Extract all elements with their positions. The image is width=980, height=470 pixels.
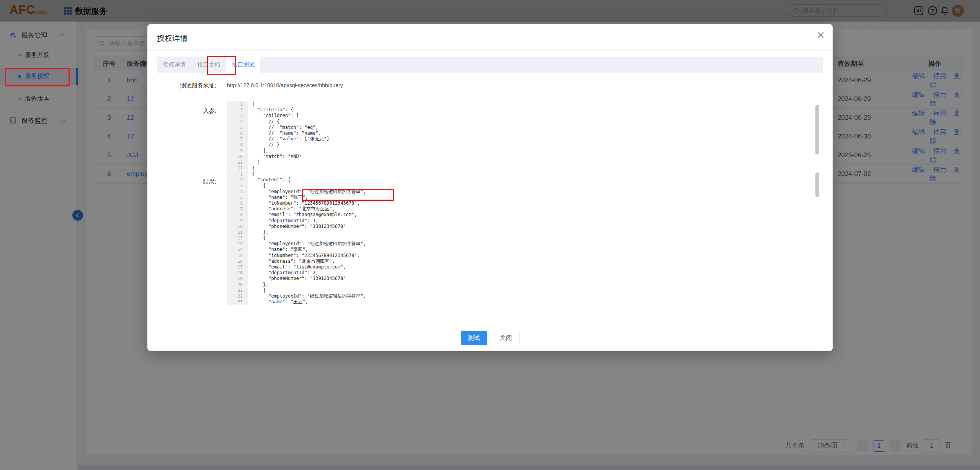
line-text: { <box>248 183 824 189</box>
modal-actions: 测试 关闭 <box>147 331 833 345</box>
line-text: "name": "王五", <box>248 299 824 305</box>
line-text: { <box>248 235 824 241</box>
line-text: "phoneNumber": "13812345678" <box>248 224 824 229</box>
code-line: 13 "employeeId": "经过加密逻辑后的字符串", <box>227 241 824 247</box>
code-line: 8 "email": "zhangsan@example.com", <box>227 212 824 218</box>
line-number: 20 <box>227 282 248 288</box>
line-text: "address": "北京市朝阳区", <box>248 259 824 264</box>
line-number: 6 <box>227 200 248 206</box>
input-params-label: 入参: <box>157 107 216 115</box>
line-number: 13 <box>227 241 248 247</box>
code-line: 2 "criteria": { <box>227 107 824 113</box>
code-line: 19 "phoneNumber": "13912345678" <box>227 276 824 281</box>
code-line: 1 { <box>227 171 824 177</box>
code-line: 10 "phoneNumber": "13812345678" <box>227 224 824 229</box>
modal-title: 授权详情 <box>157 33 188 44</box>
code-lines: 1 { 2 "criteria": { 3 "children": [ <box>227 101 824 171</box>
code-line: 4 // { <box>227 119 824 125</box>
code-line: 3 { <box>227 183 824 189</box>
input-params-editor[interactable]: 1 { 2 "criteria": { 3 "children": [ <box>227 101 824 171</box>
line-text: // { <box>248 119 824 125</box>
code-line: 2 "content": [ <box>227 177 824 183</box>
code-line: 14 "name": "李四", <box>227 247 824 252</box>
line-number: 12 <box>227 165 248 171</box>
code-line: 11 } <box>227 159 824 165</box>
close-button[interactable]: 关闭 <box>493 331 519 345</box>
code-line: 23 "name": "王五", <box>227 299 824 305</box>
line-number: 9 <box>227 148 248 154</box>
line-text: "phoneNumber": "13912345678" <box>248 276 824 281</box>
code-line: 22 "employeeId": "经过加密逻辑后的字符串", <box>227 293 824 299</box>
code-line: 6 // "name": "name", <box>227 130 824 136</box>
line-text: }, <box>248 229 824 235</box>
line-number: 7 <box>227 206 248 212</box>
line-number: 11 <box>227 229 248 235</box>
code-line: 20 }, <box>227 282 824 288</box>
line-text: { <box>248 288 824 293</box>
auth-detail-modal: 授权详情 ✕ 授权详情 接口文档 接口测试 测试服务地址: http://127… <box>147 24 833 351</box>
scrollbar-thumb[interactable] <box>815 105 819 154</box>
line-text: "idNumber": "223456789012345678", <box>248 253 824 259</box>
line-number: 2 <box>227 107 248 113</box>
code-line: 15 "idNumber": "223456789012345678", <box>227 253 824 259</box>
code-line: 17 "email": "lisi@example.com", <box>227 264 824 270</box>
code-line: 8 // } <box>227 142 824 148</box>
line-text: "content": [ <box>248 177 824 183</box>
line-text: { <box>248 171 824 177</box>
line-number: 10 <box>227 154 248 159</box>
tab-auth-detail[interactable]: 授权详情 <box>157 57 191 73</box>
line-number: 8 <box>227 142 248 148</box>
line-number: 4 <box>227 189 248 195</box>
line-text: "match": "AND" <box>248 154 824 159</box>
code-line: 18 "departmentId": 2, <box>227 270 824 276</box>
test-address-label: 测试服务地址: <box>157 82 216 89</box>
line-text: "employeeId": "经过加密逻辑后的字符串", <box>248 241 824 247</box>
annotation-box-api-test-tab <box>207 56 236 75</box>
code-line: 5 // "match": "eq", <box>227 125 824 130</box>
line-number: 1 <box>227 101 248 107</box>
code-line: 7 "address": "北京市海淀区", <box>227 206 824 212</box>
line-number: 10 <box>227 224 248 229</box>
code-line: 3 "children": [ <box>227 113 824 119</box>
annotation-box-employee-id <box>302 189 394 201</box>
scrollbar-thumb[interactable] <box>815 172 819 197</box>
line-text: // "value": ["张无忌"] <box>248 136 824 142</box>
close-icon[interactable]: ✕ <box>817 30 825 40</box>
line-text: "name": "李四", <box>248 247 824 252</box>
line-text: }, <box>248 282 824 288</box>
code-line: 9 ], <box>227 148 824 154</box>
line-number: 22 <box>227 293 248 299</box>
line-text: // } <box>248 142 824 148</box>
line-number: 4 <box>227 119 248 125</box>
line-text: "departmentId": 1, <box>248 218 824 224</box>
line-number: 1 <box>227 171 248 177</box>
line-number: 17 <box>227 264 248 270</box>
line-text: "children": [ <box>248 113 824 119</box>
line-number: 7 <box>227 136 248 142</box>
line-text: "email": "zhangsan@example.com", <box>248 212 824 218</box>
line-text: } <box>248 165 824 171</box>
line-number: 6 <box>227 130 248 136</box>
line-text: "idNumber": "123456789012345678", <box>248 200 824 206</box>
test-button[interactable]: 测试 <box>461 331 487 345</box>
line-text: // "name": "name", <box>248 130 824 136</box>
code-line: 16 "address": "北京市朝阳区", <box>227 259 824 264</box>
screen: AFCenter 数据服务 AI ? 数 <box>0 0 980 470</box>
line-number: 9 <box>227 218 248 224</box>
line-number: 3 <box>227 183 248 189</box>
code-line: 12 { <box>227 235 824 241</box>
line-number: 11 <box>227 159 248 165</box>
line-number: 5 <box>227 125 248 130</box>
line-text: "email": "lisi@example.com", <box>248 264 824 270</box>
line-number: 16 <box>227 259 248 264</box>
line-number: 23 <box>227 299 248 305</box>
line-number: 21 <box>227 288 248 293</box>
result-label: 结果: <box>157 178 216 185</box>
code-line: 7 // "value": ["张无忌"] <box>227 136 824 142</box>
line-number: 8 <box>227 212 248 218</box>
code-line: 9 "departmentId": 1, <box>227 218 824 224</box>
line-number: 3 <box>227 113 248 119</box>
line-text: // "match": "eq", <box>248 125 824 130</box>
line-number: 19 <box>227 276 248 281</box>
code-line: 1 { <box>227 101 824 107</box>
